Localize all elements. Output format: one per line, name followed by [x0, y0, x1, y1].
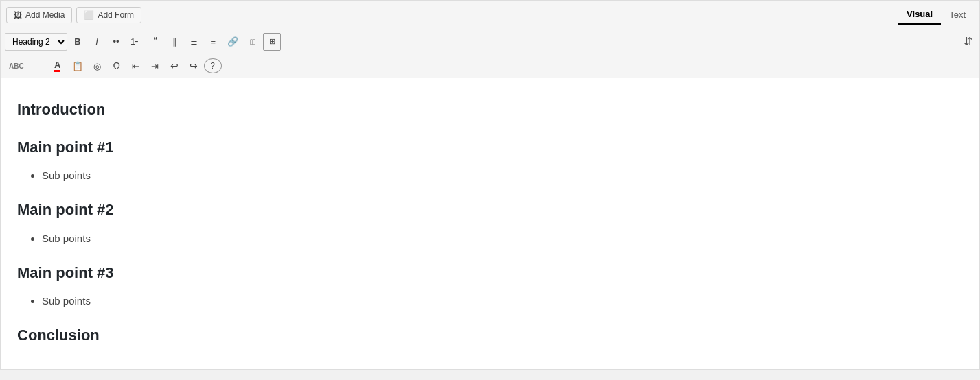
top-bar: 🖼 Add Media ⬜ Add Form Visual Text — [1, 1, 979, 29]
tab-text[interactable]: Text — [941, 5, 974, 25]
hr-icon: — — [34, 60, 43, 71]
add-form-label: Add Form — [98, 10, 134, 20]
indent-icon: ⇤ — [132, 61, 139, 71]
redo-btn[interactable]: ↪ — [185, 57, 203, 75]
add-media-label: Add Media — [25, 10, 65, 20]
align-left-icon: ∥ — [172, 36, 177, 47]
italic-icon: I — [95, 36, 98, 47]
hr-btn[interactable]: — — [30, 57, 47, 75]
text-color-icon: A — [54, 60, 60, 72]
list-item: Sub points — [42, 167, 963, 184]
help-icon: ? — [210, 61, 215, 71]
toolbar-row1: Paragraph Heading 1 Heading 2 Heading 3 … — [1, 29, 979, 54]
outdent-btn[interactable]: ⇥ — [146, 57, 164, 75]
ordered-list-btn[interactable]: 1╴ — [126, 33, 145, 51]
italic-btn[interactable]: I — [88, 33, 106, 51]
bold-btn[interactable]: B — [69, 33, 87, 51]
unordered-list-btn[interactable]: •• — [107, 33, 125, 51]
undo-btn[interactable]: ↩ — [166, 57, 183, 75]
align-center-icon: ≣ — [190, 36, 198, 47]
indent-btn[interactable]: ⇤ — [127, 57, 145, 75]
list-main-point-1: Sub points — [42, 167, 963, 184]
media-icon: 🖼 — [14, 10, 22, 20]
add-form-button[interactable]: ⬜ Add Form — [76, 7, 141, 23]
form-icon: ⬜ — [84, 10, 94, 20]
unlink-icon: 🔗⃠ — [250, 38, 255, 46]
special-char-btn[interactable]: Ω — [108, 57, 126, 75]
list-item: Sub points — [42, 293, 963, 309]
heading-select[interactable]: Paragraph Heading 1 Heading 2 Heading 3 … — [5, 33, 67, 51]
redo-icon: ↪ — [190, 60, 198, 71]
paste-icon: 📋 — [72, 61, 83, 71]
outdent-icon: ⇥ — [151, 61, 159, 71]
clear-format-btn[interactable]: ◎ — [89, 57, 106, 75]
blockquote-icon: “ — [154, 36, 157, 48]
text-color-btn[interactable]: A — [49, 57, 67, 75]
align-center-btn[interactable]: ≣ — [185, 33, 203, 51]
list-main-point-3: Sub points — [42, 293, 963, 309]
align-left-btn[interactable]: ∥ — [166, 33, 183, 51]
editor-wrapper: 🖼 Add Media ⬜ Add Form Visual Text Parag… — [0, 0, 980, 370]
tab-visual[interactable]: Visual — [898, 5, 941, 25]
align-right-btn[interactable]: ≡ — [204, 33, 222, 51]
heading-main-point-1: Main point #1 — [17, 135, 963, 159]
top-bar-left: 🖼 Add Media ⬜ Add Form — [6, 7, 141, 23]
list-main-point-2: Sub points — [42, 230, 963, 247]
toolbar-row-1: Paragraph Heading 1 Heading 2 Heading 3 … — [5, 32, 975, 51]
expand-icon: ⇵ — [964, 36, 972, 47]
omega-icon: Ω — [113, 60, 119, 71]
editor-content[interactable]: Introduction Main point #1 Sub points Ma… — [1, 78, 979, 369]
toolbar-row-2: ABC — A 📋 ◎ Ω ⇤ ⇥ ↩ — [5, 57, 975, 75]
add-media-button[interactable]: 🖼 Add Media — [6, 7, 72, 23]
heading-conclusion: Conclusion — [17, 323, 963, 347]
editor-tabs: Visual Text — [898, 5, 974, 25]
strikethrough-btn[interactable]: ABC — [5, 57, 28, 75]
table-btn[interactable]: ⊞ — [263, 33, 281, 51]
strikethrough-icon: ABC — [9, 62, 24, 70]
bold-icon: B — [74, 36, 80, 47]
align-right-icon: ≡ — [210, 36, 216, 47]
expand-btn[interactable]: ⇵ — [961, 32, 975, 51]
help-btn[interactable]: ? — [204, 58, 222, 73]
ul-icon: •• — [113, 36, 119, 47]
unlink-btn[interactable]: 🔗⃠ — [244, 33, 262, 51]
list-item: Sub points — [42, 230, 963, 247]
link-icon: 🔗 — [227, 36, 238, 47]
clear-format-icon: ◎ — [93, 61, 101, 71]
heading-introduction: Introduction — [17, 97, 963, 121]
ol-icon: 1╴ — [130, 36, 141, 47]
toolbar-row2: ABC — A 📋 ◎ Ω ⇤ ⇥ ↩ — [1, 54, 979, 78]
paste-text-btn[interactable]: 📋 — [68, 57, 87, 75]
heading-main-point-2: Main point #2 — [17, 198, 963, 222]
heading-main-point-3: Main point #3 — [17, 261, 963, 285]
undo-icon: ↩ — [170, 60, 179, 71]
table-icon: ⊞ — [269, 37, 275, 46]
blockquote-btn[interactable]: “ — [146, 33, 164, 51]
link-btn[interactable]: 🔗 — [223, 33, 242, 51]
